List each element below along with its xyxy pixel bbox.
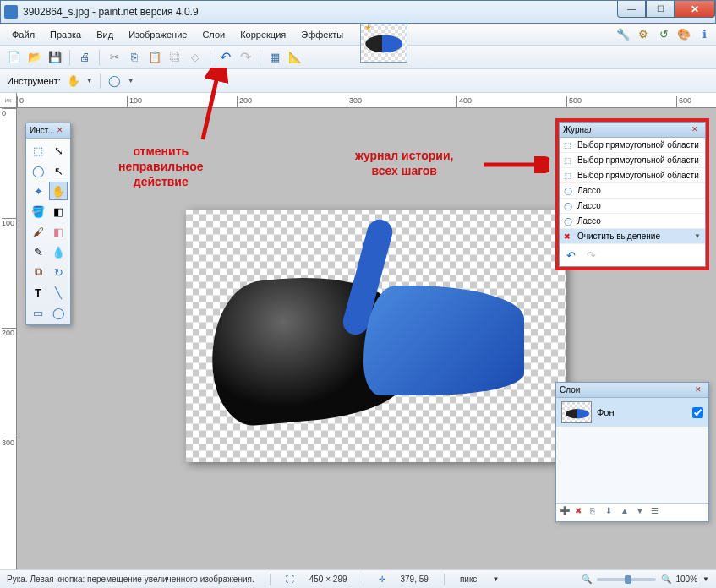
history-item-selected[interactable]: ✖Очистить выделение▼ bbox=[560, 229, 705, 244]
history-item[interactable]: ◯Лассо bbox=[560, 183, 705, 199]
ruler-tick: 600 bbox=[676, 96, 691, 108]
zoom-in-icon[interactable]: 🔍 bbox=[661, 574, 671, 584]
layer-item[interactable]: Фон bbox=[556, 398, 708, 427]
ruler-icon[interactable]: 📐 bbox=[287, 50, 303, 65]
paste-icon[interactable]: 📋 bbox=[147, 50, 162, 65]
menu-file[interactable]: Файл bbox=[5, 27, 41, 42]
tool-magic-wand[interactable]: ✦ bbox=[29, 182, 47, 200]
palette-icon[interactable]: 🎨 bbox=[677, 28, 691, 41]
history-item[interactable]: ◯Лассо bbox=[560, 214, 705, 229]
tool-brush[interactable]: 🖌 bbox=[29, 222, 47, 241]
delete-layer-icon[interactable]: ✖ bbox=[575, 506, 588, 519]
tool-eraser[interactable]: ◧ bbox=[49, 222, 68, 241]
ruler-tick: 300 bbox=[347, 96, 362, 108]
move-down-icon[interactable]: ▼ bbox=[636, 506, 648, 519]
tools-panel-title[interactable]: Инст... ✕ bbox=[26, 123, 70, 139]
copy-icon[interactable]: ⎘ bbox=[127, 50, 142, 65]
tool-dropdown-icon[interactable]: ▼ bbox=[86, 77, 93, 84]
slider-thumb[interactable] bbox=[625, 575, 631, 584]
history-panel-title[interactable]: Журнал ✕ bbox=[560, 122, 705, 138]
duplicate-layer-icon[interactable]: ⎘ bbox=[590, 506, 603, 519]
tool-line[interactable]: ╲ bbox=[49, 283, 68, 302]
svg-line-0 bbox=[203, 73, 218, 139]
tool-label: Инструмент: bbox=[7, 76, 61, 86]
tool-rect-select[interactable]: ⬚ bbox=[29, 141, 47, 160]
menu-layers[interactable]: Слои bbox=[195, 27, 232, 42]
tool-option-dropdown-icon[interactable]: ▼ bbox=[128, 77, 134, 84]
undo-button[interactable]: ↶ bbox=[217, 50, 232, 65]
chevron-down-icon[interactable]: ▼ bbox=[694, 232, 701, 240]
close-button[interactable]: ✕ bbox=[675, 1, 715, 18]
gear-icon[interactable]: ⚙ bbox=[637, 28, 650, 41]
open-icon[interactable]: 📂 bbox=[27, 50, 42, 65]
lasso-icon: ◯ bbox=[564, 217, 574, 226]
layers-panel-title[interactable]: Слои ✕ bbox=[556, 383, 708, 398]
new-icon[interactable]: 📄 bbox=[7, 50, 22, 65]
annotation-history: журнал истории, всех шагов bbox=[355, 148, 453, 178]
zoom-slider[interactable] bbox=[597, 578, 656, 581]
history-shortcut-icon[interactable]: ↺ bbox=[657, 28, 670, 41]
tools-panel[interactable]: Инст... ✕ ⬚ ⤡ ◯ ↖ ✦ ✋ 🪣 ◧ 🖌 ◧ ✎ 💧 ⧉ ↻ T … bbox=[25, 122, 71, 325]
layer-visibility-checkbox[interactable] bbox=[692, 407, 703, 418]
add-layer-icon[interactable]: ➕ bbox=[560, 506, 572, 519]
print-icon[interactable]: 🖨 bbox=[77, 50, 92, 65]
crop-icon[interactable]: ⿻ bbox=[167, 50, 183, 65]
tool-move-selection[interactable]: ⤡ bbox=[49, 141, 68, 160]
minimize-button[interactable]: — bbox=[617, 1, 646, 18]
rect-select-icon: ⬚ bbox=[564, 141, 574, 150]
history-item[interactable]: ⬚Выбор прямоугольной области bbox=[560, 138, 705, 153]
tool-move-pixels[interactable]: ↖ bbox=[49, 161, 68, 180]
tool-gradient[interactable]: ◧ bbox=[49, 202, 68, 220]
menu-view[interactable]: Вид bbox=[90, 27, 120, 42]
separator bbox=[210, 50, 210, 65]
merge-down-icon[interactable]: ⬇ bbox=[605, 506, 618, 519]
redo-button[interactable]: ↷ bbox=[238, 50, 253, 65]
wrench-icon[interactable]: 🔧 bbox=[616, 28, 630, 41]
thumbnail-preview bbox=[365, 32, 402, 54]
tool-text[interactable]: T bbox=[29, 283, 47, 302]
tool-recolor[interactable]: ↻ bbox=[49, 263, 68, 281]
deselect-icon[interactable]: ◇ bbox=[188, 50, 203, 65]
titlebar: 3902864_s.jpg - paint.net версия 4.0.9 —… bbox=[0, 0, 716, 24]
tool-lasso[interactable]: ◯ bbox=[29, 161, 47, 180]
tool-color-picker[interactable]: 💧 bbox=[49, 242, 68, 261]
tool-pencil[interactable]: ✎ bbox=[29, 242, 47, 261]
undo-icon[interactable]: ↶ bbox=[563, 248, 578, 263]
tool-clone[interactable]: ⧉ bbox=[29, 263, 47, 281]
close-icon[interactable]: ✕ bbox=[691, 125, 702, 135]
close-icon[interactable]: ✕ bbox=[695, 385, 705, 395]
zoom-out-icon[interactable]: 🔍 bbox=[582, 574, 592, 584]
redo-icon[interactable]: ↷ bbox=[583, 248, 598, 263]
status-zoom[interactable]: 100% bbox=[676, 574, 698, 584]
grid-icon[interactable]: ▦ bbox=[267, 50, 282, 65]
tool-shapes[interactable]: ◯ bbox=[49, 303, 68, 322]
about-icon[interactable]: ℹ bbox=[697, 28, 711, 41]
menu-adjust[interactable]: Коррекция bbox=[233, 27, 292, 42]
current-tool-icon[interactable]: ✋ bbox=[66, 74, 81, 89]
history-item[interactable]: ⬚Выбор прямоугольной области bbox=[560, 153, 705, 168]
layers-panel[interactable]: Слои ✕ Фон ➕ ✖ ⎘ ⬇ ▲ ▼ ☰ bbox=[555, 382, 709, 522]
close-icon[interactable]: ✕ bbox=[57, 126, 67, 136]
move-up-icon[interactable]: ▲ bbox=[620, 506, 633, 519]
chevron-down-icon[interactable]: ▼ bbox=[492, 575, 499, 583]
history-item[interactable]: ⬚Выбор прямоугольной области bbox=[560, 168, 705, 183]
status-unit[interactable]: пикс bbox=[460, 574, 478, 584]
layer-properties-icon[interactable]: ☰ bbox=[651, 506, 664, 519]
menu-edit[interactable]: Правка bbox=[43, 27, 88, 42]
canvas[interactable] bbox=[186, 210, 566, 462]
image-content bbox=[338, 218, 533, 421]
menu-image[interactable]: Изображение bbox=[122, 27, 194, 42]
chevron-down-icon[interactable]: ▼ bbox=[702, 575, 709, 583]
ruler-horizontal: 0 100 200 300 400 500 600 bbox=[17, 93, 716, 108]
image-thumbnail[interactable]: ★ bbox=[360, 24, 407, 63]
history-item[interactable]: ◯Лассо bbox=[560, 199, 705, 214]
maximize-button[interactable]: ☐ bbox=[646, 1, 675, 18]
tool-pan[interactable]: ✋ bbox=[49, 182, 68, 200]
tool-paint-bucket[interactable]: 🪣 bbox=[29, 202, 47, 220]
tool-rectangle[interactable]: ▭ bbox=[29, 303, 47, 322]
save-icon[interactable]: 💾 bbox=[47, 50, 63, 65]
menu-effects[interactable]: Эффекты bbox=[294, 27, 350, 42]
tool-option-icon[interactable]: ◯ bbox=[107, 74, 123, 89]
cursor-icon: ✛ bbox=[379, 574, 385, 584]
cut-icon[interactable]: ✂ bbox=[107, 50, 122, 65]
